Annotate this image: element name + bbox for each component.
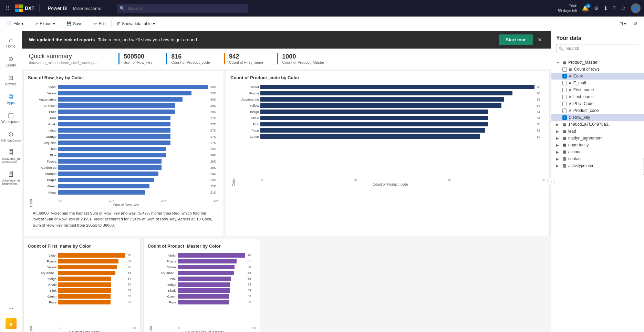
bar-label: Yellow (33, 91, 56, 95)
chart1-y-label: Color (28, 83, 33, 207)
refresh-button[interactable]: ↺ (631, 20, 640, 28)
chart2-x-label: Count of Product_code (236, 183, 545, 186)
window-controls-button[interactable]: ⊡ ▾ (617, 20, 629, 28)
export-button[interactable]: ↗ Export ▾ (32, 20, 58, 28)
tree-toggle-contact: ▶ (556, 157, 560, 161)
tree-item-activitypointer[interactable]: ▶ ▦ activitypointer (551, 162, 644, 169)
tree-item-row-key[interactable]: ✓ Σ Row_key (551, 114, 644, 121)
tree-item-last-name[interactable]: A Last_name (551, 93, 644, 100)
bar-value: 26K (210, 147, 219, 151)
sidebar-item-workspaces[interactable]: ◫ Workspaces (1, 109, 21, 126)
sidebar-item-create[interactable]: ⊕ Create (1, 52, 21, 70)
charts-grid: Sum of Row_key by Color Color Violet 36K… (22, 69, 551, 332)
tree-item-product-code[interactable]: A Product_code (551, 107, 644, 114)
tree-item-count-rows[interactable]: ▦ Count of rows (551, 66, 644, 73)
chart-panel-first-name[interactable]: Count of First_name by Color Color Viole… (23, 239, 141, 332)
bar-row: Fuscia 61 (153, 259, 256, 264)
tree-item-plu-code[interactable]: A PLU_Code (551, 100, 644, 107)
file-button[interactable]: 📄 File ▾ (4, 20, 26, 28)
bar-row: Indigo 27K (33, 128, 219, 133)
checkbox-count-rows[interactable] (562, 67, 567, 72)
tree-item-opportunity[interactable]: ▶ ▦ opportunity (551, 142, 644, 148)
bar-fill (178, 288, 230, 293)
save-button[interactable]: 💾 Save (64, 20, 85, 28)
bar-row: Fuscia 61 (33, 259, 136, 264)
tree-item-email[interactable]: A E_mail (551, 80, 644, 86)
tree-item-account[interactable]: ▶ ▦ account (551, 148, 644, 155)
checkbox-last-name[interactable] (562, 95, 567, 99)
close-banner-button[interactable]: ✕ (536, 37, 544, 43)
bar-track (58, 165, 208, 170)
bar-label: Indigo (33, 277, 56, 281)
bar-track (58, 178, 208, 182)
bar-value: 54 (248, 283, 256, 286)
bar-track (58, 103, 208, 108)
download-button[interactable]: ⬇ (603, 5, 608, 12)
bar-fill (58, 253, 125, 258)
bar-value: 53 (128, 300, 136, 304)
chart-panel-product-code[interactable]: Count of Product_code by Color Color Vio… (226, 71, 550, 236)
tree-item-first-name[interactable]: A First_name (551, 86, 644, 93)
x-tick: 0K (59, 199, 62, 203)
bar-value: 52 (537, 135, 545, 138)
toolbar-right: ⊡ ▾ ↺ (617, 20, 640, 28)
chart-panel-product-master[interactable]: Count of Product_Master by Color Color V… (143, 239, 260, 332)
sidebar-item-more[interactable]: ··· (1, 302, 21, 315)
tree-item-color[interactable]: ✓ A Color (551, 73, 644, 80)
right-panel-search-input[interactable] (556, 44, 639, 53)
tree-item-product-master[interactable]: ▼ ▦ Product_Master (551, 59, 644, 66)
checkbox-first-name[interactable] (562, 88, 567, 92)
bar-track (260, 116, 534, 120)
tree-item-1498[interactable]: ▶ ▦ 1498cd1a7f104978a3... (551, 121, 644, 128)
panel-collapse-button[interactable]: ‹ (547, 178, 555, 185)
right-panel: ‹ Your data 🔍 Filters ▼ ▦ Product_Master… (551, 31, 644, 332)
sidebar-item-apps[interactable]: ⧉ Apps (1, 90, 21, 107)
global-search-input[interactable] (117, 4, 248, 13)
bar-value: 54 (128, 289, 136, 292)
checkbox-plu-code[interactable] (562, 102, 567, 106)
grid-icon[interactable]: ⠿ (3, 5, 12, 12)
sidebar-item-home[interactable]: ⌂ Home (1, 34, 21, 51)
user-avatar[interactable]: 👤 (631, 3, 641, 13)
last-name-icon: A (569, 95, 571, 99)
sidebar-item-dataverse2[interactable]: 🗄 dataverse_m ilindavdem... (1, 168, 21, 188)
bar-track (58, 147, 208, 151)
bar-track (260, 85, 534, 89)
checkbox-email[interactable] (562, 81, 567, 85)
tree-item-msdyn-agreement[interactable]: ▶ ▦ msdyn_agreement (551, 135, 644, 142)
chart-panel-row-key[interactable]: Sum of Row_key by Color Color Violet 36K… (23, 71, 223, 236)
sidebar-item-milindavdemo[interactable]: ⊙ MilindavDemo (1, 128, 21, 145)
bar-fill (58, 294, 111, 299)
metric-first-name: 942 Count of First_name (224, 53, 263, 64)
tree-item-contact[interactable]: ▶ ▦ contact (551, 155, 644, 162)
right-panel-title: Your data (556, 35, 639, 41)
chart1-main: Violet 36K Yellow 32K Aquamarine 30K Cri… (33, 83, 219, 207)
bar-label: Indigo (33, 128, 56, 132)
table-opportunity-icon: ▦ (562, 143, 566, 147)
bar-value: 54 (248, 289, 256, 292)
toolbar-separator-3 (88, 20, 88, 27)
notifications-button[interactable]: 🔔 4 (582, 5, 589, 12)
tree-item-lead[interactable]: ▶ ▦ lead (551, 128, 644, 135)
bar-fill (260, 116, 488, 120)
sidebar-item-dataverse1[interactable]: 🗄 dataverse_m ilindavdem... (1, 146, 21, 167)
show-data-table-button[interactable]: ⊞ Show data table ▾ (114, 20, 158, 28)
checkbox-row-key[interactable]: ✓ (562, 115, 567, 120)
settings-button[interactable]: ⚙ (594, 5, 599, 12)
sidebar-item-browse[interactable]: ⊞ Browse (1, 71, 21, 89)
left-sidebar: ⌂ Home ⊕ Create ⊞ Browse ⧉ Apps ◫ Worksp… (0, 31, 22, 332)
chart1-title: Sum of Row_key by Color (28, 75, 219, 80)
checkbox-product-code[interactable] (562, 108, 567, 113)
bar-fill (58, 282, 111, 287)
bar-row: Blue 26K (33, 153, 219, 158)
help-button[interactable]: ? (613, 5, 616, 11)
edit-button[interactable]: ✏ Edit (91, 20, 108, 28)
right-panel-search-icon: 🔍 (559, 46, 564, 51)
bar-track (58, 253, 125, 258)
bar-value: 25K (210, 166, 219, 169)
chart3-title: Count of First_name by Color (28, 243, 136, 249)
bar-row: Violet 70 (153, 253, 256, 258)
account-button[interactable]: ☺ (621, 5, 626, 11)
start-tour-button[interactable]: Start tour (499, 34, 533, 45)
checkbox-color[interactable]: ✓ (562, 74, 567, 79)
